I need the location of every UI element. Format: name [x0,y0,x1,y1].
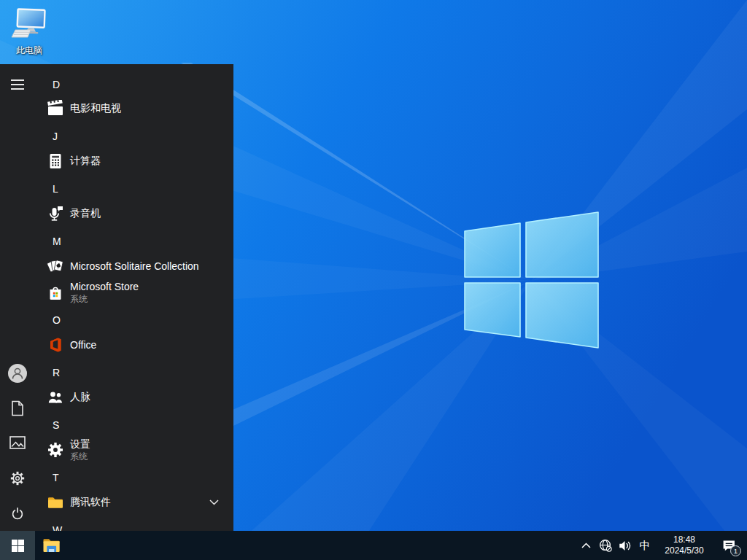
section-header-W[interactable]: W [35,517,233,531]
network-status-button[interactable] [595,531,615,560]
speaker-icon [618,539,632,553]
app-item-people[interactable]: 人脉 [35,384,233,411]
movies-tv-icon [47,100,64,117]
ime-indicator[interactable]: 中 [635,531,655,560]
app-item-voice-recorder[interactable]: 录音机 [35,201,233,227]
section-header-L[interactable]: L [35,176,233,202]
start-button[interactable] [0,531,35,560]
hamburger-menu-icon [11,79,24,90]
chevron-down-icon[interactable] [209,499,219,505]
clock[interactable]: 18:48 2024/5/30 [657,531,711,560]
taskbar: 中 18:48 2024/5/30 1 [0,531,747,560]
section-header-R[interactable]: R [35,359,233,386]
screen: 此电脑 [0,0,747,560]
app-label: 电影和电视 [70,102,121,115]
folder-icon [47,494,64,511]
section-header-D[interactable]: D [35,71,233,98]
app-subtitle: 系统 [70,293,139,305]
settings-button[interactable] [0,461,35,496]
tray-time: 18:48 [673,534,695,545]
app-label: 计算器 [70,155,101,168]
notification-badge: 1 [730,545,741,556]
user-account-button[interactable] [0,356,35,391]
desktop-icon-this-pc[interactable]: 此电脑 [7,7,51,57]
show-hidden-icons-button[interactable] [576,531,595,560]
app-item-office[interactable]: Office [35,332,233,358]
app-item-microsoft-store[interactable]: Microsoft Store 系统 [35,276,233,308]
pictures-icon [9,436,26,449]
power-button[interactable] [0,496,35,531]
app-item-solitaire[interactable]: Microsoft Solitaire Collection [35,253,233,279]
pictures-button[interactable] [0,425,35,460]
app-label: Microsoft Solitaire Collection [70,260,199,272]
start-menu: D 电影和电视 J [0,64,233,531]
section-header-M[interactable]: M [35,228,233,254]
power-icon [9,505,26,521]
store-bag-icon [47,284,64,301]
tray-date: 2024/5/30 [665,545,703,556]
office-logo-icon [47,336,64,354]
volume-button[interactable] [615,531,635,560]
app-label: 腾讯软件 [70,496,111,509]
section-header-T[interactable]: T [35,464,233,491]
file-explorer-button[interactable] [35,531,67,560]
people-icon [47,389,64,406]
app-label: 设置 [70,438,90,450]
app-item-settings[interactable]: 设置 系统 [35,434,233,466]
this-pc-icon [11,7,47,41]
gear-outline-icon [9,470,26,486]
globe-no-internet-icon [598,538,613,553]
action-center-button[interactable]: 1 [713,531,744,560]
windows-logo-icon [12,540,24,552]
gear-icon [47,441,64,459]
app-item-movies-tv[interactable]: 电影和电视 [35,96,233,122]
app-item-calculator[interactable]: 计算器 [35,148,233,174]
app-label: Office [70,339,96,351]
section-header-O[interactable]: O [35,307,233,333]
app-label: Microsoft Store [70,281,139,292]
solitaire-cards-icon [47,257,64,275]
section-header-J[interactable]: J [35,123,233,149]
voice-recorder-icon [47,205,64,222]
user-avatar-icon [7,363,28,384]
document-icon [10,400,25,416]
app-label: 人脉 [70,391,90,404]
app-item-tencent-folder[interactable]: 腾讯软件 [35,489,233,516]
app-label: 录音机 [70,207,101,220]
expand-menu-button[interactable] [0,67,35,102]
desktop-icon-label: 此电脑 [7,44,51,57]
file-explorer-icon [42,537,61,553]
app-subtitle: 系统 [70,451,90,462]
start-menu-rail [0,64,35,531]
chevron-up-icon [581,542,591,548]
calculator-icon [47,152,64,170]
system-tray: 中 18:48 2024/5/30 1 [576,531,747,560]
documents-button[interactable] [0,391,35,426]
